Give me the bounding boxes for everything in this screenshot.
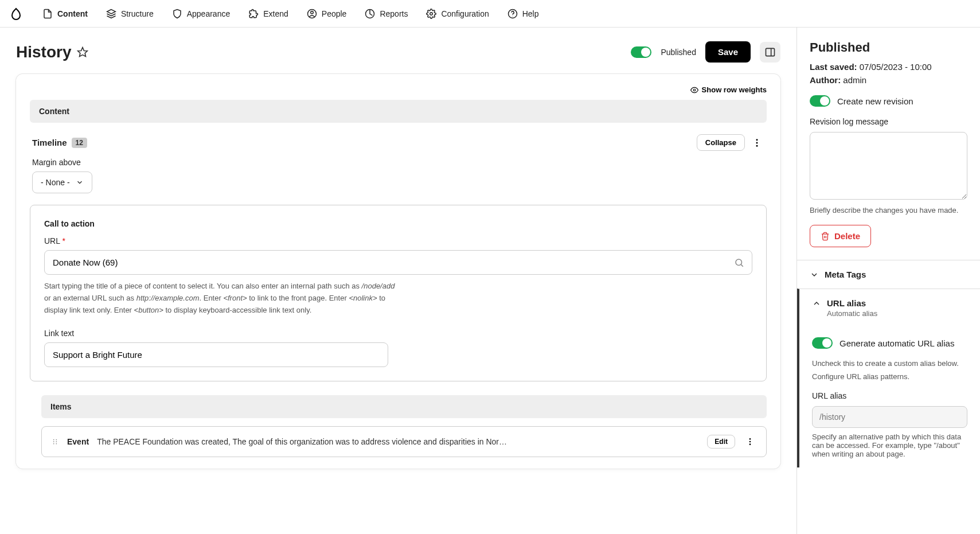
url-alias-input[interactable] xyxy=(812,406,967,428)
link-text-input[interactable] xyxy=(44,342,388,367)
file-icon xyxy=(42,9,53,19)
items-section-label: Items xyxy=(41,395,767,418)
margin-above-value: - None - xyxy=(41,178,70,187)
nav-label: People xyxy=(322,9,347,18)
svg-point-16 xyxy=(53,439,54,441)
svg-line-15 xyxy=(741,264,743,266)
nav-label: Structure xyxy=(121,9,154,18)
revision-log-label: Revision log message xyxy=(810,117,967,126)
revision-log-textarea[interactable] xyxy=(810,132,967,200)
meta-tags-section[interactable]: Meta Tags xyxy=(797,260,980,289)
margin-above-field: Margin above - None - xyxy=(32,158,767,193)
item-description: The PEACE Foundation was created, The go… xyxy=(97,437,699,446)
nav-label: Content xyxy=(57,9,88,18)
layers-icon xyxy=(106,9,116,19)
page-title: History xyxy=(16,43,71,61)
drupal-logo[interactable] xyxy=(9,7,23,21)
nav-structure[interactable]: Structure xyxy=(98,4,162,24)
dots-vertical-icon xyxy=(752,138,762,148)
chevron-up-icon xyxy=(812,299,821,308)
nav-label: Help xyxy=(522,9,539,18)
dots-vertical-icon xyxy=(745,437,755,446)
cta-legend: Call to action xyxy=(44,219,752,228)
nav-appearance[interactable]: Appearance xyxy=(164,4,239,24)
svg-marker-0 xyxy=(107,9,115,14)
nav-label: Extend xyxy=(263,9,288,18)
url-alias-section: URL alias Automatic alias Generate autom… xyxy=(797,289,980,467)
user-icon xyxy=(307,9,317,19)
svg-point-20 xyxy=(56,442,57,443)
svg-point-22 xyxy=(749,438,751,440)
revision-log-help: Briefly describe the changes you have ma… xyxy=(810,206,967,215)
call-to-action-fieldset: Call to action URL * Start typing the ti… xyxy=(30,205,767,381)
timeline-more-button[interactable] xyxy=(749,135,764,150)
collapse-button[interactable]: Collapse xyxy=(697,134,745,151)
shield-icon xyxy=(172,9,182,19)
nav-extend[interactable]: Extend xyxy=(240,4,296,24)
svg-point-10 xyxy=(693,89,696,91)
url-alias-subtitle: Automatic alias xyxy=(827,309,967,318)
published-label: Published xyxy=(661,48,696,57)
nav-label: Appearance xyxy=(187,9,231,18)
create-revision-toggle[interactable] xyxy=(810,95,830,107)
chevron-down-icon xyxy=(810,270,819,279)
nav-label: Reports xyxy=(380,9,408,18)
panel-icon xyxy=(764,46,776,58)
url-label: URL * xyxy=(44,236,752,245)
item-edit-button[interactable]: Edit xyxy=(707,435,735,449)
svg-point-2 xyxy=(311,11,314,14)
eye-icon xyxy=(690,86,698,94)
search-icon xyxy=(734,258,744,268)
trash-icon xyxy=(821,232,830,241)
meta-tags-title: Meta Tags xyxy=(825,270,866,279)
svg-point-18 xyxy=(53,443,54,445)
svg-point-23 xyxy=(749,441,751,443)
show-row-weights-label: Show row weights xyxy=(702,85,767,94)
content-section-label: Content xyxy=(30,100,767,123)
url-alias-title: URL alias xyxy=(827,298,866,308)
svg-point-11 xyxy=(756,139,758,141)
url-help-text: Start typing the title of a piece of con… xyxy=(44,280,400,316)
star-icon[interactable] xyxy=(77,46,88,58)
svg-point-13 xyxy=(756,145,758,146)
margin-above-select[interactable]: - None - xyxy=(32,171,92,193)
timeline-title: Timeline xyxy=(32,138,67,147)
settings-sidebar: Published Last saved: 07/05/2023 - 10:00… xyxy=(797,28,980,534)
svg-point-24 xyxy=(749,444,751,446)
show-row-weights-button[interactable]: Show row weights xyxy=(690,85,767,94)
auto-url-help-2[interactable]: Configure URL alias patterns. xyxy=(812,372,967,381)
chevron-down-icon xyxy=(76,178,84,186)
item-row: Event The PEACE Foundation was created, … xyxy=(41,426,767,457)
published-toggle[interactable] xyxy=(631,46,651,58)
timeline-header: Timeline 12 Collapse xyxy=(30,134,767,151)
save-button[interactable]: Save xyxy=(705,41,751,63)
link-text-label: Link text xyxy=(44,329,752,338)
gear-icon xyxy=(426,9,436,19)
nav-configuration[interactable]: Configuration xyxy=(418,4,497,24)
svg-rect-8 xyxy=(766,48,775,56)
help-icon xyxy=(507,9,518,19)
chart-icon xyxy=(365,9,375,19)
timeline-count-badge: 12 xyxy=(72,138,87,148)
url-alias-header[interactable]: URL alias xyxy=(812,298,967,308)
nav-reports[interactable]: Reports xyxy=(357,4,416,24)
nav-label: Configuration xyxy=(441,9,489,18)
nav-people[interactable]: People xyxy=(299,4,355,24)
toggle-sidebar-button[interactable] xyxy=(760,42,780,63)
last-saved-row: Last saved: 07/05/2023 - 10:00 xyxy=(810,62,967,72)
url-input[interactable] xyxy=(44,250,752,275)
nav-help[interactable]: Help xyxy=(499,4,547,24)
content-card: Show row weights Content Timeline 12 Col… xyxy=(16,74,780,469)
svg-point-12 xyxy=(756,142,758,143)
auto-url-help-1: Uncheck this to create a custom alias be… xyxy=(812,359,967,368)
url-alias-help: Specify an alternative path by which thi… xyxy=(812,432,967,458)
svg-point-4 xyxy=(430,12,433,15)
auto-url-alias-toggle[interactable] xyxy=(812,337,833,349)
author-row: Author: admin xyxy=(810,75,967,85)
auto-url-alias-label: Generate automatic URL alias xyxy=(840,338,954,348)
item-more-button[interactable] xyxy=(743,435,757,449)
drag-handle-icon[interactable] xyxy=(51,438,59,446)
delete-button[interactable]: Delete xyxy=(810,225,871,247)
svg-point-21 xyxy=(56,443,57,445)
nav-content[interactable]: Content xyxy=(34,4,96,24)
